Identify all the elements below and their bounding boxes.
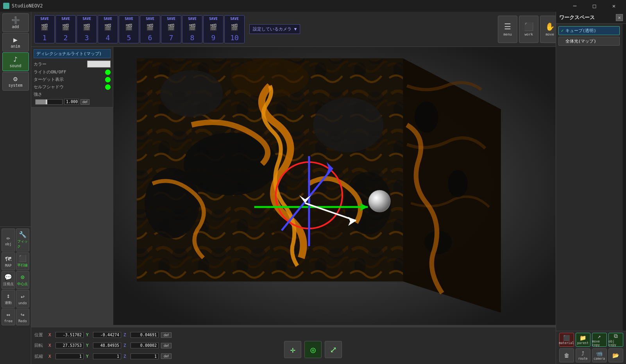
- tool-fix[interactable]: 🔧 フィック: [16, 228, 30, 252]
- camera-dropdown-arrow: ▼: [294, 27, 297, 32]
- tool-center[interactable]: ⊙ 中心点: [16, 271, 30, 289]
- save-label-2: SAVE: [61, 17, 70, 21]
- rot-def-btn[interactable]: def: [161, 343, 172, 348]
- save-label-6: SAVE: [146, 17, 154, 21]
- move2-label: 連動: [5, 300, 12, 305]
- tool-parallel[interactable]: ⬛ 平行線: [16, 252, 30, 270]
- camera2-btn[interactable]: 📹 camera: [592, 348, 607, 362]
- material-btn[interactable]: ⬛ material: [559, 333, 574, 347]
- material-label: material: [559, 341, 574, 345]
- delete-btn[interactable]: 🗑: [559, 348, 574, 362]
- sidebar-btn-anim[interactable]: ▶ anim: [2, 33, 29, 52]
- toolbar-work-btn[interactable]: ⬛ work: [519, 16, 538, 43]
- light-on-indicator[interactable]: [105, 70, 111, 75]
- tool-obj[interactable]: ✏ obj: [2, 228, 15, 252]
- scale-y-input[interactable]: [93, 353, 121, 359]
- right-panel: ワークスペース ✕ ✓ キューブ(透明) ✓ 全体光(マップ) ⬛ materi…: [556, 12, 626, 364]
- save-btn-8[interactable]: SAVE 🎬 8: [182, 15, 202, 43]
- parent-btn[interactable]: 📁 parent: [576, 333, 590, 347]
- sidebar-btn-system[interactable]: ⚙ system: [2, 72, 29, 91]
- redo-icon: ↪: [21, 311, 25, 318]
- save-num-9: 9: [211, 34, 216, 42]
- tool-undo[interactable]: ↩ undo: [16, 290, 30, 308]
- right-panel-scrollbar[interactable]: [622, 24, 626, 331]
- save-btn-6[interactable]: SAVE 🎬 6: [140, 15, 160, 43]
- app-icon: [3, 3, 9, 9]
- light-on-label: ライトのON/OFF: [34, 69, 104, 75]
- system-label: system: [8, 83, 22, 87]
- nav-circle-btn[interactable]: ◎: [304, 341, 322, 358]
- right-panel-inner: ✓ キューブ(透明) ✓ 全体光(マップ): [556, 24, 626, 331]
- tool-redo[interactable]: ↪ Redo: [16, 309, 30, 325]
- rot-x-axis: X: [48, 343, 53, 348]
- move-copy-btn[interactable]: ↗ move copy: [592, 333, 607, 347]
- strength-def-btn[interactable]: def: [80, 99, 89, 105]
- scale-z-input[interactable]: [131, 353, 159, 359]
- strength-label: 強さ: [34, 91, 111, 97]
- tool-free[interactable]: ↔ free: [2, 309, 15, 325]
- map-icon: 🗺: [5, 255, 11, 263]
- rot-y-input[interactable]: [93, 343, 121, 348]
- parent-label: parent: [577, 341, 588, 345]
- camera-dropdown[interactable]: 設定しているカメラ ▼: [249, 24, 300, 34]
- nav-cross-btn[interactable]: ✛: [284, 341, 301, 358]
- move2-icon: ↕: [6, 292, 10, 300]
- color-label: カラー: [34, 61, 86, 67]
- route-icon: ⤴: [581, 350, 584, 357]
- workspace-close-btn[interactable]: ✕: [616, 14, 623, 21]
- pos-y-input[interactable]: [93, 332, 121, 338]
- parallel-icon: ⬛: [19, 255, 27, 262]
- rot-x-input[interactable]: [55, 343, 84, 348]
- save-btn-1[interactable]: SAVE 🎬 1: [34, 15, 55, 43]
- right-panel-header: ワークスペース ✕: [556, 12, 626, 24]
- save-num-6: 6: [148, 34, 152, 42]
- scale-x-input[interactable]: [55, 353, 84, 359]
- pos-z-input[interactable]: [131, 332, 159, 338]
- tool-move2[interactable]: ↕ 連動: [2, 290, 15, 308]
- folder-btn[interactable]: 📂: [608, 348, 623, 362]
- map-label: MAP: [5, 264, 11, 268]
- rot-z-input[interactable]: [131, 343, 159, 348]
- save-btn-9[interactable]: SAVE 🎬 9: [203, 15, 224, 43]
- save-btn-3[interactable]: SAVE 🎬 3: [77, 15, 97, 43]
- comment-icon: 💬: [4, 273, 12, 281]
- shadow-indicator[interactable]: [105, 84, 111, 90]
- save-btn-10[interactable]: SAVE 🎬 10: [224, 15, 245, 43]
- target-indicator[interactable]: [105, 77, 111, 82]
- color-swatch[interactable]: [87, 61, 111, 68]
- viewport-svg: [113, 47, 556, 325]
- save-label-7: SAVE: [167, 17, 175, 21]
- move-icon: ✋: [545, 22, 555, 31]
- toolbar-menu-btn[interactable]: ☰ menu: [498, 16, 517, 43]
- minimize-button[interactable]: ─: [566, 0, 584, 12]
- viewport-area[interactable]: [113, 47, 556, 325]
- scale-def-btn[interactable]: def: [161, 353, 172, 359]
- workspace-item-cube[interactable]: ✓ キューブ(透明): [558, 26, 620, 35]
- save-btn-2[interactable]: SAVE 🎬 2: [55, 15, 76, 43]
- prop-title: ディレクショナルライト(マップ): [34, 49, 111, 58]
- maximize-button[interactable]: □: [585, 0, 603, 12]
- sidebar-btn-sound[interactable]: ♪ sound: [2, 52, 29, 71]
- bottom-tools-area: ✏ obj 🔧 フィック 🗺 MAP ⬛ 平行線 💬 注視点 ⊙ 中心点 ↕ 連…: [0, 227, 31, 327]
- obj-icon: ✏: [6, 234, 10, 241]
- save-btn-4[interactable]: SAVE 🎬 4: [98, 15, 118, 43]
- workspace-item-light[interactable]: ✓ 全体光(マップ): [558, 37, 620, 46]
- strength-slider[interactable]: [35, 99, 63, 105]
- tool-comment[interactable]: 💬 注視点: [2, 271, 15, 289]
- close-button[interactable]: ✕: [605, 0, 623, 12]
- route-btn[interactable]: ⤴ route: [576, 348, 590, 362]
- obj-copy-btn[interactable]: ⧉ obj copy: [608, 333, 623, 347]
- pos-def-btn[interactable]: def: [161, 332, 172, 338]
- save-num-10: 10: [230, 34, 239, 42]
- pos-x-input[interactable]: [55, 332, 84, 338]
- save-btn-7[interactable]: SAVE 🎬 7: [161, 15, 181, 43]
- position-label: 位置: [34, 332, 46, 338]
- nav-fullscreen-btn[interactable]: ⤢: [325, 341, 342, 358]
- save-btn-5[interactable]: SAVE 🎬 5: [119, 15, 139, 43]
- tool-map[interactable]: 🗺 MAP: [2, 252, 15, 270]
- rot-z-axis: Z: [123, 343, 128, 348]
- right-btn-row-2: 🗑 ⤴ route 📹 camera 📂: [558, 348, 624, 362]
- move-copy-label: move copy: [592, 340, 606, 347]
- sidebar-btn-add[interactable]: ➕ add: [2, 13, 29, 32]
- window-controls: ─ □ ✕: [566, 0, 623, 12]
